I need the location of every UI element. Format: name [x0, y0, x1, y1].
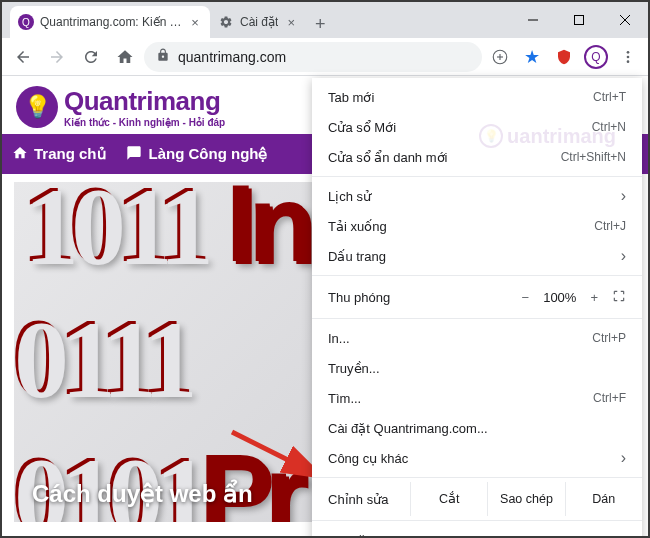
nav-label: Trang chủ: [34, 145, 107, 163]
menu-more-tools[interactable]: Công cụ khác: [312, 443, 642, 473]
menu-install-app[interactable]: Cài đặt Quantrimang.com...: [312, 413, 642, 443]
separator: [312, 275, 642, 276]
tab-strip: Q Quantrimang.com: Kiến Th × Cài đặt × +: [10, 2, 510, 38]
zoom-in-button[interactable]: +: [590, 290, 598, 305]
shield-icon[interactable]: [550, 43, 578, 71]
separator: [312, 477, 642, 478]
edit-label: Chỉnh sửa: [328, 492, 410, 507]
menu-cast[interactable]: Truyền...: [312, 353, 642, 383]
site-logo[interactable]: 💡 Quantrimang Kiến thức - Kinh nghiệm - …: [16, 86, 225, 128]
close-window-button[interactable]: [602, 2, 648, 38]
menu-downloads[interactable]: Tải xuốngCtrl+J: [312, 211, 642, 241]
separator: [312, 176, 642, 177]
tab-title: Quantrimang.com: Kiến Th: [40, 15, 182, 29]
profile-avatar[interactable]: Q: [582, 43, 610, 71]
browser-toolbar: quantrimang.com ★ Q: [2, 38, 648, 76]
favicon-quantrimang: Q: [18, 14, 34, 30]
copy-button[interactable]: Sao chép: [487, 482, 564, 516]
menu-new-window[interactable]: Cửa sổ MớiCtrl+N: [312, 112, 642, 142]
close-icon[interactable]: ×: [188, 15, 202, 29]
gear-icon: [218, 14, 234, 30]
fullscreen-icon[interactable]: [612, 289, 626, 306]
svg-point-7: [627, 51, 630, 54]
window-controls: [510, 2, 648, 38]
window-titlebar: Q Quantrimang.com: Kiến Th × Cài đặt × +: [2, 2, 648, 38]
menu-button[interactable]: [614, 43, 642, 71]
home-icon: [12, 145, 28, 164]
nav-tech-village[interactable]: Làng Công nghệ: [125, 145, 268, 164]
separator: [312, 520, 642, 521]
url-text: quantrimang.com: [178, 49, 286, 65]
svg-point-9: [627, 60, 630, 63]
menu-print[interactable]: In...Ctrl+P: [312, 323, 642, 353]
menu-incognito[interactable]: Cửa sổ ẩn danh mớiCtrl+Shift+N: [312, 142, 642, 172]
minimize-button[interactable]: [510, 2, 556, 38]
browser-menu-dropdown: 💡uantrimang Tab mớiCtrl+T Cửa sổ MớiCtrl…: [312, 78, 642, 538]
nav-label: Làng Công nghệ: [149, 145, 268, 163]
maximize-button[interactable]: [556, 2, 602, 38]
lock-icon: [156, 48, 170, 65]
menu-settings[interactable]: Cài đặt: [312, 525, 642, 538]
menu-bookmarks[interactable]: Dấu trang: [312, 241, 642, 271]
reload-button[interactable]: [76, 42, 106, 72]
bulb-icon: 💡: [16, 86, 58, 128]
cut-button[interactable]: Cắt: [410, 482, 487, 516]
hero-caption: Cách duyệt web ẩn: [32, 480, 253, 508]
menu-find[interactable]: Tìm...Ctrl+F: [312, 383, 642, 413]
svg-point-8: [627, 55, 630, 58]
menu-history[interactable]: Lịch sử: [312, 181, 642, 211]
plus-circle-icon[interactable]: [486, 43, 514, 71]
menu-edit-row: Chỉnh sửa Cắt Sao chép Dán: [312, 482, 642, 516]
bookmark-star-icon[interactable]: ★: [518, 43, 546, 71]
chat-icon: [125, 145, 143, 164]
menu-zoom: Thu phóng − 100% +: [312, 280, 642, 314]
zoom-label: Thu phóng: [328, 290, 522, 305]
tab-title: Cài đặt: [240, 15, 278, 29]
nav-home[interactable]: Trang chủ: [12, 145, 107, 164]
menu-new-tab[interactable]: Tab mớiCtrl+T: [312, 82, 642, 112]
forward-button[interactable]: [42, 42, 72, 72]
zoom-out-button[interactable]: −: [522, 290, 530, 305]
logo-tagline: Kiến thức - Kinh nghiệm - Hỏi đáp: [64, 117, 225, 128]
zoom-value: 100%: [543, 290, 576, 305]
svg-rect-1: [575, 16, 584, 25]
new-tab-button[interactable]: +: [306, 10, 334, 38]
home-button[interactable]: [110, 42, 140, 72]
address-bar[interactable]: quantrimang.com: [144, 42, 482, 72]
tab-quantrimang[interactable]: Q Quantrimang.com: Kiến Th ×: [10, 6, 210, 38]
paste-button[interactable]: Dán: [565, 482, 642, 516]
close-icon[interactable]: ×: [284, 15, 298, 29]
tab-settings[interactable]: Cài đặt ×: [210, 6, 306, 38]
logo-name: Quantrimang: [64, 86, 225, 117]
separator: [312, 318, 642, 319]
back-button[interactable]: [8, 42, 38, 72]
